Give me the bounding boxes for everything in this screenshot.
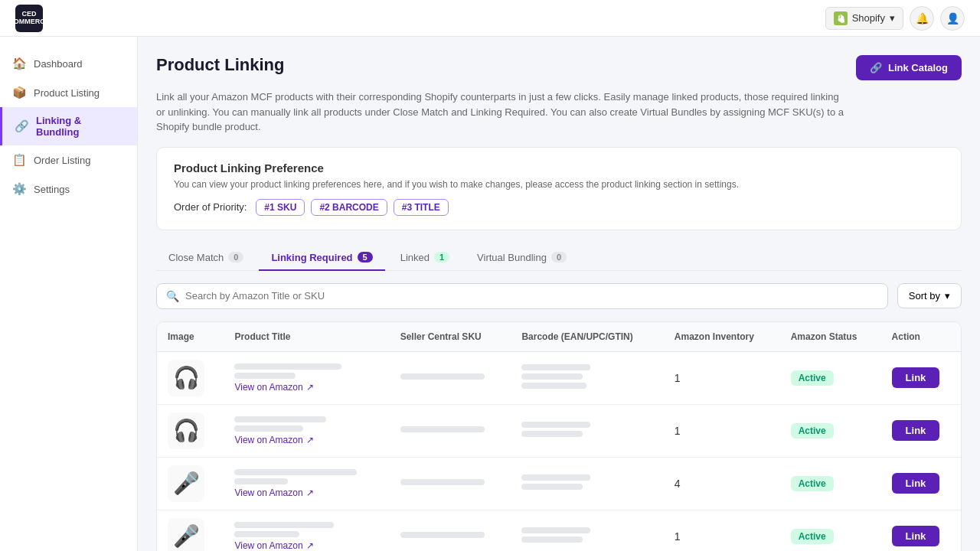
blurred-barcode	[521, 422, 590, 428]
priority-badge: #3 TITLE	[394, 199, 449, 216]
sidebar-label-order-listing: Order Listing	[34, 155, 90, 166]
amazon-inventory: 1	[664, 351, 780, 404]
blurred-barcode	[521, 474, 590, 481]
tab-badge-close-match: 0	[228, 252, 243, 262]
sidebar-icon-order-listing: 📋	[12, 153, 26, 167]
sidebar-icon-dashboard: 🏠	[12, 57, 26, 70]
tab-badge-linking-required: 5	[358, 252, 373, 262]
search-icon: 🔍	[166, 290, 179, 302]
status-badge: Active	[791, 529, 834, 544]
status-badge: Active	[791, 370, 834, 386]
tab-label-linking-required: Linking Required	[271, 252, 352, 263]
product-image: 🎤	[168, 518, 204, 552]
sidebar-label-settings: Settings	[34, 184, 70, 195]
status-badge: Active	[791, 476, 834, 491]
status-badge: Active	[791, 423, 834, 439]
priority-badge: #2 BARCODE	[311, 199, 387, 216]
external-link-icon: ↗	[306, 540, 314, 551]
table-col-product-title: Product Title	[224, 322, 389, 352]
link-catalog-button[interactable]: 🔗 Link Catalog	[856, 55, 962, 80]
priority-label: Order of Priority:	[174, 201, 247, 213]
view-on-amazon-link[interactable]: View on Amazon ↗	[234, 382, 378, 393]
table-col-barcode--ean-upc-gtin-: Barcode (EAN/UPC/GTIN)	[511, 322, 663, 352]
sidebar-icon-settings: ⚙️	[12, 182, 26, 196]
tab-linked[interactable]: Linked 1	[388, 246, 462, 271]
blurred-barcode	[521, 431, 583, 437]
sidebar-label-linking-bundling: Linking & Bundling	[36, 115, 125, 138]
blurred-barcode	[521, 373, 583, 380]
blurred-title	[234, 469, 357, 475]
external-link-icon: ↗	[306, 382, 314, 393]
table-row: 🎧View on Amazon ↗1ActiveLink	[157, 404, 961, 457]
account-button[interactable]: 👤	[940, 6, 965, 31]
link-catalog-label: Link Catalog	[888, 62, 948, 73]
logo-box: CEDCOMMERCE	[15, 5, 43, 32]
blurred-barcode	[521, 536, 583, 543]
link-product-button[interactable]: Link	[892, 473, 940, 494]
page-header: Product Linking 🔗 Link Catalog	[156, 55, 962, 80]
tab-label-close-match: Close Match	[168, 252, 224, 263]
shopify-label: Shopify	[852, 12, 885, 24]
tab-label-linked: Linked	[400, 252, 430, 263]
table-row: 🎤View on Amazon ↗4ActiveLink	[157, 457, 961, 510]
product-image: 🎧	[168, 412, 204, 449]
main-content: Product Linking 🔗 Link Catalog Link all …	[138, 37, 980, 551]
tabs: Close Match 0Linking Required 5Linked 1V…	[156, 246, 962, 271]
link-product-button[interactable]: Link	[892, 526, 940, 546]
sidebar-icon-linking-bundling: 🔗	[15, 119, 28, 133]
blurred-title	[234, 416, 326, 422]
sidebar-item-linking-bundling[interactable]: 🔗 Linking & Bundling	[0, 107, 137, 145]
tab-badge-linked: 1	[434, 252, 449, 262]
blurred-barcode	[521, 527, 590, 533]
external-link-icon: ↗	[306, 487, 314, 498]
blurred-sku	[400, 426, 485, 432]
tab-virtual-bundling[interactable]: Virtual Bundling 0	[465, 246, 579, 271]
blurred-sku	[400, 373, 485, 380]
table-col-seller-central-sku: Seller Central SKU	[390, 322, 511, 352]
link-product-button[interactable]: Link	[892, 367, 940, 388]
sidebar-item-settings[interactable]: ⚙️ Settings	[0, 174, 137, 204]
blurred-barcode	[521, 484, 583, 490]
sidebar-icon-product-listing: 📦	[12, 86, 26, 99]
sidebar: 🏠 Dashboard📦 Product Listing🔗 Linking & …	[0, 37, 138, 551]
notification-button[interactable]: 🔔	[910, 6, 934, 31]
sort-chevron: ▾	[945, 290, 950, 302]
logo-text: CEDCOMMERCE	[8, 11, 50, 26]
tab-linking-required[interactable]: Linking Required 5	[259, 246, 384, 271]
blurred-title	[234, 373, 296, 379]
tab-badge-virtual-bundling: 0	[551, 252, 567, 262]
view-on-amazon-link[interactable]: View on Amazon ↗	[234, 435, 378, 445]
sort-button[interactable]: Sort by ▾	[897, 283, 962, 308]
view-on-amazon-link[interactable]: View on Amazon ↗	[234, 540, 378, 551]
search-input[interactable]	[185, 290, 878, 302]
product-image: 🎧	[168, 360, 204, 396]
sidebar-item-dashboard[interactable]: 🏠 Dashboard	[0, 49, 137, 78]
amazon-inventory: 1	[664, 404, 780, 457]
blurred-title	[234, 425, 303, 432]
table-row: 🎤View on Amazon ↗1ActiveLink	[157, 510, 961, 551]
amazon-inventory: 1	[664, 510, 780, 551]
pref-title: Product Linking Preference	[174, 161, 944, 174]
priority-badge: #1 SKU	[256, 199, 305, 216]
blurred-title	[234, 522, 334, 528]
table-col-amazon-status: Amazon Status	[780, 322, 881, 352]
blurred-title	[234, 364, 341, 370]
view-on-amazon-link[interactable]: View on Amazon ↗	[234, 487, 378, 498]
shopify-icon	[834, 11, 848, 25]
toolbar: 🔍 Sort by ▾	[156, 283, 962, 309]
link-product-button[interactable]: Link	[892, 420, 940, 441]
blurred-barcode	[521, 383, 586, 389]
sidebar-item-order-listing[interactable]: 📋 Order Listing	[0, 145, 137, 174]
external-link-icon: ↗	[306, 435, 314, 445]
blurred-title	[234, 478, 288, 484]
tab-close-match[interactable]: Close Match 0	[156, 246, 256, 271]
sidebar-item-product-listing[interactable]: 📦 Product Listing	[0, 78, 137, 107]
blurred-barcode	[521, 364, 590, 370]
page-title-area: Product Linking	[156, 55, 284, 75]
link-catalog-icon: 🔗	[870, 62, 882, 73]
table-col-amazon-inventory: Amazon Inventory	[664, 322, 780, 352]
shopify-button[interactable]: Shopify ▾	[825, 7, 903, 30]
table-col-image: Image	[157, 322, 224, 352]
sidebar-label-dashboard: Dashboard	[34, 58, 83, 70]
preference-card: Product Linking Preference You can view …	[156, 147, 962, 230]
